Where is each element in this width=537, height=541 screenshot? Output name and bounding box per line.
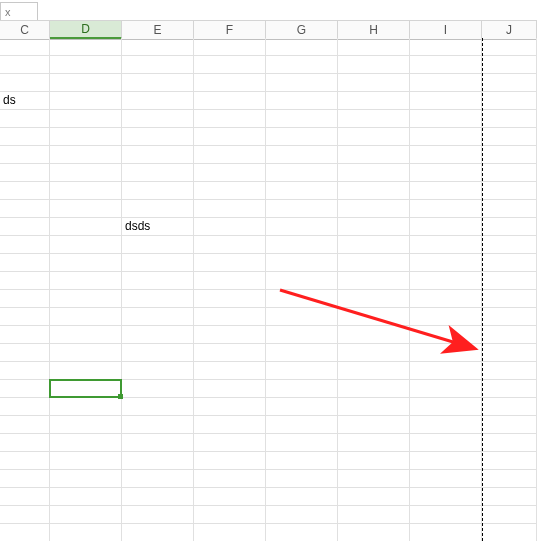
cell-G1[interactable] (266, 38, 338, 56)
cell-C3[interactable] (0, 74, 50, 92)
cell-D7[interactable] (50, 146, 122, 164)
cells-grid[interactable]: dsdsds (0, 38, 537, 541)
cell-G25[interactable] (266, 470, 338, 488)
cell-F16[interactable] (194, 308, 266, 326)
cell-I5[interactable] (410, 110, 482, 128)
cell-C10[interactable] (0, 200, 50, 218)
cell-F14[interactable] (194, 272, 266, 290)
cell-D9[interactable] (50, 182, 122, 200)
cell-H2[interactable] (338, 56, 410, 74)
cell-J4[interactable] (482, 92, 537, 110)
cell-C17[interactable] (0, 326, 50, 344)
cell-I20[interactable] (410, 380, 482, 398)
cell-F6[interactable] (194, 128, 266, 146)
cell-G26[interactable] (266, 488, 338, 506)
cell-G7[interactable] (266, 146, 338, 164)
cell-D8[interactable] (50, 164, 122, 182)
cell-H21[interactable] (338, 398, 410, 416)
cell-I14[interactable] (410, 272, 482, 290)
cell-E9[interactable] (122, 182, 194, 200)
cell-D20[interactable] (50, 380, 122, 398)
cell-H19[interactable] (338, 362, 410, 380)
cell-D24[interactable] (50, 452, 122, 470)
cell-G15[interactable] (266, 290, 338, 308)
cell-D2[interactable] (50, 56, 122, 74)
cell-G16[interactable] (266, 308, 338, 326)
cell-J9[interactable] (482, 182, 537, 200)
cell-G27[interactable] (266, 506, 338, 524)
cell-E2[interactable] (122, 56, 194, 74)
cell-I16[interactable] (410, 308, 482, 326)
cell-D10[interactable] (50, 200, 122, 218)
cell-E4[interactable] (122, 92, 194, 110)
cell-F26[interactable] (194, 488, 266, 506)
cell-C12[interactable] (0, 236, 50, 254)
cell-F28[interactable] (194, 524, 266, 541)
cell-J13[interactable] (482, 254, 537, 272)
cell-G2[interactable] (266, 56, 338, 74)
cell-G21[interactable] (266, 398, 338, 416)
cell-G20[interactable] (266, 380, 338, 398)
cell-D15[interactable] (50, 290, 122, 308)
cell-C23[interactable] (0, 434, 50, 452)
cell-F21[interactable] (194, 398, 266, 416)
cell-D14[interactable] (50, 272, 122, 290)
cell-F19[interactable] (194, 362, 266, 380)
cell-F23[interactable] (194, 434, 266, 452)
cell-C1[interactable] (0, 38, 50, 56)
cell-E15[interactable] (122, 290, 194, 308)
cell-E7[interactable] (122, 146, 194, 164)
cell-J3[interactable] (482, 74, 537, 92)
cell-H9[interactable] (338, 182, 410, 200)
column-header-D[interactable]: D (50, 21, 122, 39)
cell-J14[interactable] (482, 272, 537, 290)
cell-H28[interactable] (338, 524, 410, 541)
cell-C27[interactable] (0, 506, 50, 524)
cell-E3[interactable] (122, 74, 194, 92)
cell-G17[interactable] (266, 326, 338, 344)
cell-E5[interactable] (122, 110, 194, 128)
cell-H10[interactable] (338, 200, 410, 218)
cell-C24[interactable] (0, 452, 50, 470)
cell-I3[interactable] (410, 74, 482, 92)
cell-I28[interactable] (410, 524, 482, 541)
cell-C14[interactable] (0, 272, 50, 290)
cell-G3[interactable] (266, 74, 338, 92)
cell-J8[interactable] (482, 164, 537, 182)
cell-E25[interactable] (122, 470, 194, 488)
cell-H22[interactable] (338, 416, 410, 434)
cell-D25[interactable] (50, 470, 122, 488)
cell-J28[interactable] (482, 524, 537, 541)
cell-G9[interactable] (266, 182, 338, 200)
cell-C22[interactable] (0, 416, 50, 434)
cell-E20[interactable] (122, 380, 194, 398)
cell-E8[interactable] (122, 164, 194, 182)
cell-F9[interactable] (194, 182, 266, 200)
cell-H7[interactable] (338, 146, 410, 164)
cell-C26[interactable] (0, 488, 50, 506)
cell-E27[interactable] (122, 506, 194, 524)
cell-D19[interactable] (50, 362, 122, 380)
cell-E16[interactable] (122, 308, 194, 326)
cell-D1[interactable] (50, 38, 122, 56)
cell-H25[interactable] (338, 470, 410, 488)
cell-E10[interactable] (122, 200, 194, 218)
cell-I18[interactable] (410, 344, 482, 362)
cell-C25[interactable] (0, 470, 50, 488)
cell-H24[interactable] (338, 452, 410, 470)
cell-H16[interactable] (338, 308, 410, 326)
cell-J18[interactable] (482, 344, 537, 362)
cell-D16[interactable] (50, 308, 122, 326)
cell-E24[interactable] (122, 452, 194, 470)
cell-F24[interactable] (194, 452, 266, 470)
cell-G5[interactable] (266, 110, 338, 128)
cell-J27[interactable] (482, 506, 537, 524)
cell-I24[interactable] (410, 452, 482, 470)
cell-G13[interactable] (266, 254, 338, 272)
cell-I19[interactable] (410, 362, 482, 380)
cell-G11[interactable] (266, 218, 338, 236)
cell-G22[interactable] (266, 416, 338, 434)
cell-J19[interactable] (482, 362, 537, 380)
cell-D26[interactable] (50, 488, 122, 506)
cell-C2[interactable] (0, 56, 50, 74)
